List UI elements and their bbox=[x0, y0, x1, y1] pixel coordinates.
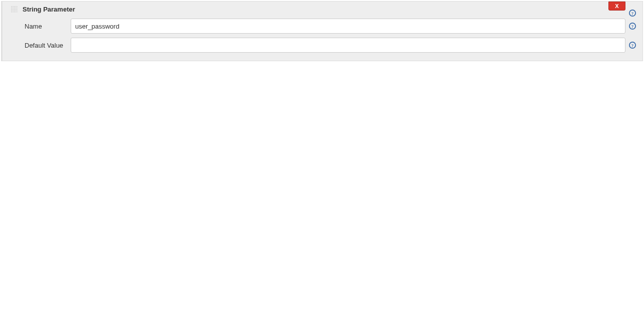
panel-title: String Parameter bbox=[23, 6, 75, 13]
help-icon[interactable]: ? bbox=[628, 23, 636, 30]
panel-header: String Parameter X ? bbox=[3, 2, 642, 17]
delete-button[interactable]: X bbox=[608, 2, 625, 11]
svg-text:?: ? bbox=[631, 24, 633, 29]
default-value-row: Default Value ? bbox=[3, 36, 642, 55]
svg-text:?: ? bbox=[631, 43, 633, 48]
drag-handle-icon[interactable] bbox=[11, 6, 18, 13]
name-input[interactable] bbox=[71, 19, 625, 34]
default-value-input[interactable] bbox=[71, 38, 625, 53]
help-icon[interactable]: ? bbox=[628, 10, 636, 17]
string-parameter-panel: String Parameter X ? Name ? Default Valu… bbox=[1, 1, 643, 61]
default-value-label: Default Value bbox=[25, 42, 71, 49]
help-icon[interactable]: ? bbox=[628, 42, 636, 49]
svg-text:?: ? bbox=[631, 11, 633, 16]
name-row: Name ? bbox=[3, 17, 642, 36]
name-label: Name bbox=[25, 23, 71, 30]
